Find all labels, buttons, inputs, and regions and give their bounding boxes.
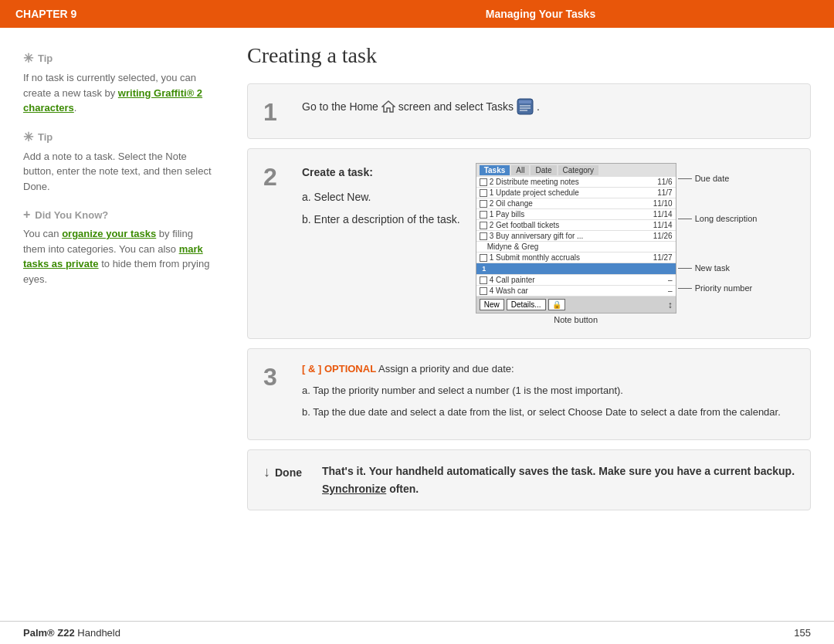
tasks-tab-all: All (511, 165, 529, 175)
content-area: Creating a task 1 Go to the Home screen … (232, 28, 834, 621)
task-date-5: 11/14 (646, 221, 673, 229)
step-1-content: Go to the Home screen and select Tasks . (302, 98, 795, 115)
home-icon (381, 100, 395, 114)
task-date-1: 11/6 (646, 178, 673, 186)
task-row-1: 2 Distribute meeting notes 11/6 (476, 177, 676, 188)
annotation-due-date: Due date Long description New task (678, 174, 758, 293)
synchronize-link[interactable]: Synchronize (322, 483, 386, 495)
dyk-text1: You can (23, 228, 62, 239)
task-checkbox-4[interactable] (480, 211, 487, 219)
task-date-4: 11/14 (646, 210, 673, 219)
task-date-7: 11/27 (646, 253, 673, 262)
done-word: Done (275, 466, 302, 479)
details-button[interactable]: Details... (507, 299, 546, 310)
task-desc-8: 4 Call painter (490, 276, 646, 284)
tip-block-2: ✳ Tip Add a note to a task. Select the N… (23, 130, 216, 195)
task-date-3: 11/10 (646, 199, 673, 208)
plus-icon: + (23, 208, 30, 222)
task-desc-3: 2 Oil change (490, 199, 646, 208)
task-desc-1: 2 Distribute meeting notes (490, 178, 646, 186)
optional-line: [ & ] OPTIONAL Assign a priority and due… (302, 363, 795, 375)
step-1-text-before: Go to the Home (302, 98, 378, 115)
task-date-8: – (646, 276, 673, 284)
brand-name: Palm® Z22 (23, 627, 75, 639)
tasks-app-icon (517, 98, 534, 115)
task-date-6: 11/26 (646, 232, 673, 240)
lock-button[interactable]: 🔒 (548, 299, 565, 310)
task-checkbox-3[interactable] (480, 200, 487, 208)
footer-brand: Palm® Z22 Handheld (23, 627, 120, 639)
done-block: ↓ Done That's it. Your handheld automati… (247, 449, 811, 510)
tip-star-icon-1: ✳ (23, 51, 33, 66)
step-2-b: b. Enter a description of the task. (302, 211, 460, 228)
step-2-heading: Create a task: (302, 163, 460, 182)
task-desc-4: 1 Pay bills (490, 210, 646, 219)
task-checkbox-5[interactable] (480, 222, 487, 229)
page-header: CHAPTER 9 Managing Your Tasks (0, 0, 834, 28)
task-checkbox-2[interactable] (480, 189, 487, 197)
tasks-tab-tasks: Tasks (480, 165, 510, 175)
done-arrow-icon: ↓ (263, 464, 270, 480)
done-label: ↓ Done (263, 464, 310, 480)
task-desc-9: 4 Wash car (490, 286, 646, 295)
done-text: That's it. Your handheld automatically s… (322, 463, 795, 497)
tip-star-icon-2: ✳ (23, 130, 33, 144)
did-you-know-block: + Did You Know? You can organize your ta… (23, 208, 216, 286)
ann-due-date-label: Due date (695, 174, 730, 183)
done-text-before: That's it. Your handheld automatically s… (322, 465, 795, 477)
step-3-block: 3 [ & ] OPTIONAL Assign a priority and d… (247, 348, 811, 440)
task-date-9: – (646, 286, 673, 295)
svg-rect-2 (519, 100, 531, 103)
svg-marker-0 (382, 101, 395, 112)
brand-suffix: Handheld (77, 627, 120, 639)
page-title: Creating a task (247, 43, 811, 68)
tip-block-1: ✳ Tip If no task is currently selected, … (23, 51, 216, 116)
did-you-know-text: You can organize your tasks by filing th… (23, 226, 216, 286)
step-2-block: 2 Create a task: a. Select New. b. Enter… (247, 148, 811, 339)
task-checkbox-9[interactable] (480, 287, 487, 295)
did-you-know-header: + Did You Know? (23, 208, 216, 222)
task-desc-6: 3 Buy anniversary gift for ... (490, 232, 646, 240)
main-layout: ✳ Tip If no task is currently selected, … (0, 28, 834, 621)
tip-1-text-after: . (74, 102, 77, 114)
tip-1-header: ✳ Tip (23, 51, 216, 66)
chapter-title: Managing Your Tasks (263, 8, 819, 20)
step-1-number: 1 (263, 100, 286, 124)
chapter-label: CHAPTER 9 (15, 8, 263, 20)
step-2-instructions: Create a task: a. Select New. b. Enter a… (302, 163, 460, 228)
step-2-a: a. Select New. (302, 188, 460, 205)
new-button[interactable]: New (480, 299, 504, 310)
optional-bracket: [ & ] (302, 363, 321, 375)
task-checkbox-8[interactable] (480, 276, 487, 284)
task-desc-6b: Midyne & Greg (487, 242, 646, 251)
footer-page-number: 155 (794, 627, 811, 639)
did-you-know-label: Did You Know? (35, 209, 108, 221)
page-footer: Palm® Z22 Handheld 155 (0, 621, 834, 644)
ann-long-desc-label: Long description (695, 214, 758, 223)
new-task-priority: 1 (480, 264, 489, 273)
scroll-indicator: ↕ (668, 300, 673, 310)
tip-1-label: Tip (38, 53, 53, 64)
task-row-2: 1 Update project schedule 11/7 (476, 188, 676, 198)
tasks-screenshot-area: Tasks All Date Category 2 Distribute mee… (476, 163, 676, 324)
tasks-screenshot: Tasks All Date Category 2 Distribute mee… (476, 163, 676, 314)
task-row-3: 2 Oil change 11/10 (476, 198, 676, 209)
task-desc-7: 1 Submit monthly accruals (490, 253, 646, 262)
task-desc-5: 2 Get football tickets (490, 221, 646, 229)
done-text-after: often. (386, 483, 419, 495)
dyk-link1[interactable]: organize your tasks (62, 228, 156, 239)
tasks-footer-bar: New Details... 🔒 ↕ (476, 297, 676, 313)
task-checkbox-1[interactable] (480, 178, 487, 186)
step-1-text-after: screen and select Tasks (398, 98, 514, 115)
step-1-period: . (537, 98, 540, 115)
step-1-block: 1 Go to the Home screen and select Tasks (247, 83, 811, 139)
task-checkbox-6[interactable] (480, 232, 487, 240)
step-2-content: Create a task: a. Select New. b. Enter a… (302, 163, 795, 324)
tip-1-text: If no task is currently selected, you ca… (23, 70, 216, 116)
tasks-tab-date: Date (531, 165, 556, 175)
tip-2-text: Add a note to a task. Select the Note bu… (23, 149, 216, 195)
optional-word: OPTIONAL (324, 363, 376, 375)
tip-2-label: Tip (38, 131, 53, 143)
task-checkbox-7[interactable] (480, 254, 487, 262)
tasks-tab-category: Category (558, 165, 599, 175)
